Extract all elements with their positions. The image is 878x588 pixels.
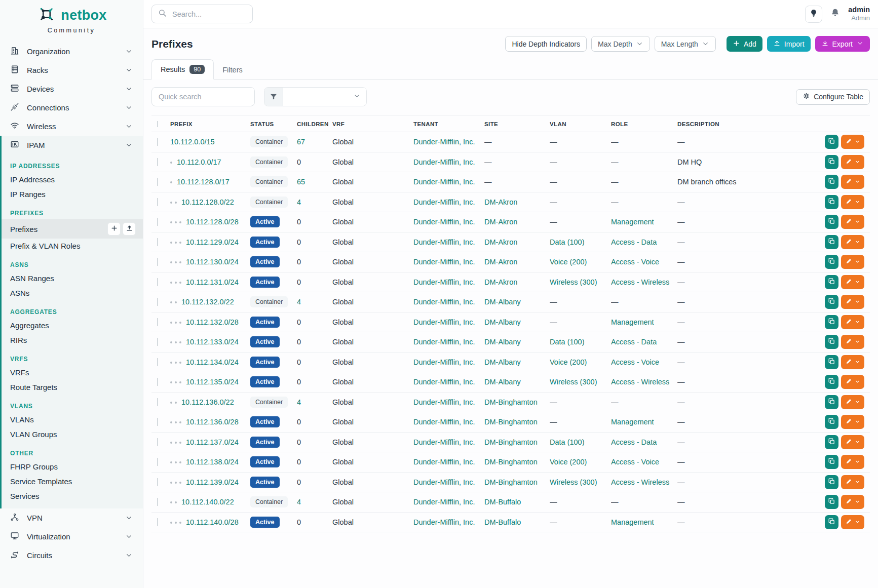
- row-checkbox[interactable]: [157, 378, 158, 386]
- prefix-link[interactable]: 10.112.132.0/28: [186, 318, 239, 326]
- column-header-tenant[interactable]: TENANT: [413, 121, 484, 127]
- sidebar-item-devices[interactable]: Devices: [0, 80, 143, 98]
- site-link[interactable]: DM-Albany: [484, 378, 521, 386]
- row-checkbox[interactable]: [157, 518, 158, 526]
- clone-button[interactable]: [825, 315, 838, 329]
- role-link[interactable]: Management: [611, 518, 654, 526]
- prefix-link[interactable]: 10.112.137.0/24: [186, 438, 239, 446]
- site-link[interactable]: DM-Buffalo: [484, 518, 521, 526]
- sidebar-item-services[interactable]: Services: [2, 489, 143, 503]
- prefix-link[interactable]: 10.112.139.0/24: [186, 478, 239, 486]
- prefix-link[interactable]: 10.112.0.0/15: [170, 138, 215, 146]
- prefix-link[interactable]: 10.112.133.0/24: [186, 338, 239, 346]
- edit-split-button[interactable]: [841, 495, 864, 509]
- add-button[interactable]: Add: [727, 36, 762, 52]
- site-link[interactable]: DM-Buffalo: [484, 498, 521, 506]
- sidebar-item-ip-addresses[interactable]: IP Addresses: [2, 172, 143, 187]
- clone-button[interactable]: [825, 295, 838, 309]
- role-link[interactable]: Access - Voice: [611, 258, 659, 266]
- row-checkbox[interactable]: [157, 418, 158, 426]
- row-checkbox[interactable]: [157, 218, 158, 226]
- role-link[interactable]: Access - Wireless: [611, 378, 669, 386]
- tenant-link[interactable]: Dunder-Mifflin, Inc.: [413, 318, 475, 326]
- edit-split-button[interactable]: [841, 375, 864, 389]
- edit-split-button[interactable]: [841, 195, 864, 209]
- column-header-vrf[interactable]: VRF: [332, 121, 413, 127]
- edit-split-button[interactable]: [841, 415, 864, 429]
- clone-button[interactable]: [825, 435, 838, 449]
- sidebar-item-connections[interactable]: Connections: [0, 98, 143, 117]
- tenant-link[interactable]: Dunder-Mifflin, Inc.: [413, 358, 475, 366]
- sidebar-item-wireless[interactable]: Wireless: [0, 117, 143, 136]
- row-checkbox[interactable]: [157, 278, 158, 286]
- edit-split-button[interactable]: [841, 435, 864, 449]
- clone-button[interactable]: [825, 235, 838, 249]
- prefix-link[interactable]: 10.112.128.0/28: [186, 218, 239, 226]
- vlan-link[interactable]: Data (100): [550, 238, 585, 246]
- tenant-link[interactable]: Dunder-Mifflin, Inc.: [413, 418, 475, 426]
- sidebar-item-asn-ranges[interactable]: ASN Ranges: [2, 271, 143, 286]
- quick-search-input[interactable]: [151, 87, 255, 106]
- children-count[interactable]: 4: [297, 398, 301, 406]
- vlan-link[interactable]: Data (100): [550, 438, 585, 446]
- edit-split-button[interactable]: [841, 395, 864, 409]
- global-search[interactable]: [151, 5, 253, 23]
- site-link[interactable]: DM-Akron: [484, 218, 517, 226]
- prefix-link[interactable]: 10.112.136.0/28: [186, 418, 239, 426]
- role-link[interactable]: Access - Data: [611, 238, 657, 246]
- clone-button[interactable]: [825, 355, 838, 369]
- brand[interactable]: netbox Community: [0, 0, 143, 35]
- row-checkbox[interactable]: [157, 298, 158, 306]
- vlan-link[interactable]: Voice (200): [550, 458, 587, 466]
- clone-button[interactable]: [825, 395, 838, 409]
- column-header-status[interactable]: STATUS: [250, 121, 297, 127]
- clone-button[interactable]: [825, 275, 838, 289]
- row-checkbox[interactable]: [157, 458, 158, 466]
- vlan-link[interactable]: Data (100): [550, 338, 585, 346]
- sidebar-item-vrfs[interactable]: VRFs: [2, 365, 143, 380]
- edit-split-button[interactable]: [841, 315, 864, 329]
- sidebar-item-ip-ranges[interactable]: IP Ranges: [2, 187, 143, 202]
- sidebar-item-vpn[interactable]: VPN: [0, 508, 143, 527]
- sidebar-item-virtualization[interactable]: Virtualization: [0, 527, 143, 546]
- prefix-link[interactable]: 10.112.131.0/24: [186, 278, 239, 286]
- clone-button[interactable]: [825, 515, 838, 529]
- clone-button[interactable]: [825, 335, 838, 349]
- saved-filter-select[interactable]: [264, 87, 367, 106]
- user-menu[interactable]: admin Admin: [848, 6, 870, 22]
- sidebar-item-service-templates[interactable]: Service Templates: [2, 474, 143, 489]
- edit-split-button[interactable]: [841, 135, 864, 149]
- clone-button[interactable]: [825, 475, 838, 489]
- sidebar-item-vlan-groups[interactable]: VLAN Groups: [2, 427, 143, 442]
- tenant-link[interactable]: Dunder-Mifflin, Inc.: [413, 138, 475, 146]
- site-link[interactable]: DM-Akron: [484, 278, 517, 286]
- site-link[interactable]: DM-Albany: [484, 318, 521, 326]
- row-checkbox[interactable]: [157, 438, 158, 446]
- role-link[interactable]: Management: [611, 318, 654, 326]
- edit-split-button[interactable]: [841, 455, 864, 469]
- row-checkbox[interactable]: [157, 158, 158, 166]
- children-count[interactable]: 67: [297, 138, 305, 146]
- column-header-children[interactable]: CHILDREN: [297, 121, 332, 127]
- column-header-description[interactable]: DESCRIPTION: [677, 121, 748, 127]
- role-link[interactable]: Access - Voice: [611, 358, 659, 366]
- vlan-link[interactable]: Voice (200): [550, 258, 587, 266]
- row-checkbox[interactable]: [157, 138, 158, 146]
- theme-toggle-button[interactable]: [805, 6, 822, 23]
- prefix-link[interactable]: 10.112.138.0/24: [186, 458, 239, 466]
- export-dropdown-button[interactable]: Export: [815, 36, 870, 52]
- column-header-role[interactable]: ROLE: [611, 121, 677, 127]
- prefix-link[interactable]: 10.112.140.0/28: [186, 518, 239, 526]
- column-header-prefix[interactable]: PREFIX: [170, 121, 250, 127]
- tenant-link[interactable]: Dunder-Mifflin, Inc.: [413, 238, 475, 246]
- clone-button[interactable]: [825, 155, 838, 169]
- sidebar-item-route-targets[interactable]: Route Targets: [2, 380, 143, 395]
- clone-button[interactable]: [825, 415, 838, 429]
- sidebar-item-prefixes[interactable]: Prefixes: [2, 219, 143, 239]
- prefix-link[interactable]: 10.112.128.0/22: [181, 198, 234, 206]
- site-link[interactable]: DM-Binghamton: [484, 418, 538, 426]
- sidebar-item-asns[interactable]: ASNs: [2, 286, 143, 300]
- clone-button[interactable]: [825, 135, 838, 149]
- site-link[interactable]: DM-Albany: [484, 338, 521, 346]
- children-count[interactable]: 4: [297, 198, 301, 206]
